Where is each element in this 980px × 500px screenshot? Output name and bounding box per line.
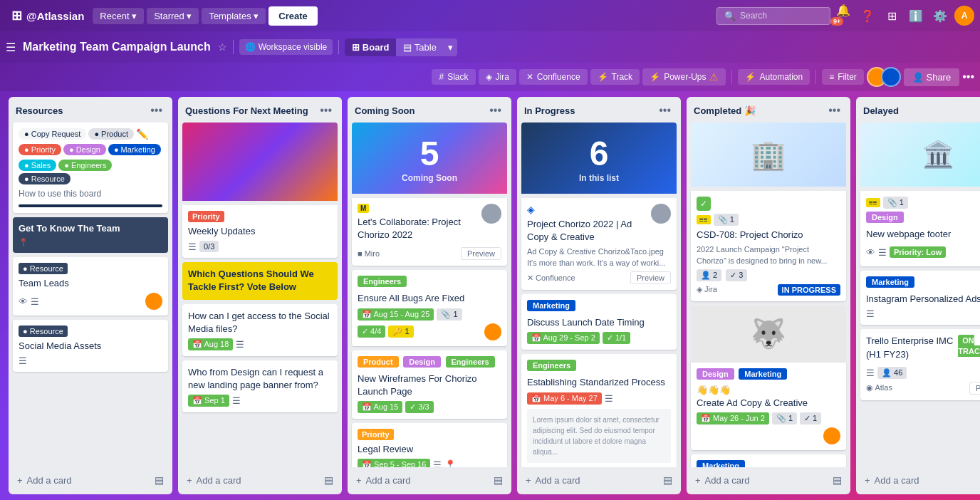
board-menu-icon[interactable]: ☰ (6, 41, 16, 54)
chorizo-ad-link[interactable]: Project Chorizo 2022 | Ad Copy & Creativ… (527, 219, 632, 242)
list-item[interactable]: 🏢 ✓ ≡≡ 📎 1 CSD-708: Project Chorizo 2022… (691, 123, 846, 301)
filter-button[interactable]: ≡ Filter (822, 69, 864, 85)
csd-link[interactable]: CSD-708: Project Chorizo (697, 229, 803, 240)
add-card-button-resources[interactable]: + Add a card ▤ (13, 470, 168, 490)
column-menu-coming-soon[interactable]: ••• (486, 103, 504, 118)
product-label-w: Product (358, 356, 399, 368)
card-avatar (145, 293, 162, 310)
list-item[interactable]: 🏛️ ≡≡ 📎 1 Design New webpage footer 👁 ☰ … (860, 123, 980, 266)
list-item[interactable]: Engineers Establishing Standarized Proce… (521, 354, 677, 467)
label-row: ● Copy Request ● Product ✏️ (19, 128, 162, 140)
preview-button-collaborate[interactable]: Preview (461, 247, 501, 260)
settings-button[interactable]: ⚙️ (930, 6, 950, 26)
card-collaborate[interactable]: M Let's Collaborate: Project Chorizo 202… (352, 198, 507, 266)
confluence-button[interactable]: ✕ Confluence (519, 69, 588, 85)
list-item[interactable]: Get To Know The Team 📍 (13, 217, 168, 253)
help-button[interactable]: ❓ (858, 6, 877, 26)
workspace-visibility[interactable]: 🌐 Workspace visible (239, 39, 333, 55)
list-item[interactable]: 6 In this list ◈ Project Chorizo 2022 | … (521, 123, 677, 290)
badge-bugs-2: 🔑 1 (388, 325, 413, 338)
priority-label: ● Priority (19, 144, 61, 155)
add-card-button-questions[interactable]: + Add a card ▤ (182, 470, 338, 490)
user-avatar[interactable]: A (954, 6, 974, 26)
list-item[interactable]: Marketing Discuss Launch Date Timing 📅 A… (521, 294, 677, 350)
list-item[interactable]: Engineers Ensure All Bugs Are Fixed 📅 Au… (352, 270, 507, 345)
edit-labels-button[interactable]: ✏️ (136, 128, 148, 140)
list-item[interactable]: Priority Weekly Updates ☰ 0/3 (182, 123, 338, 258)
column-title-delayed: Delayed (863, 105, 980, 116)
list-item[interactable]: Priority Legal Review 📅 Sep 5 - Sep 16 ☰… (352, 423, 507, 467)
list-item[interactable]: ● Resource Social Media Assets ☰ (13, 320, 168, 372)
add-card-button-coming-soon[interactable]: + Add a card ▤ (352, 470, 507, 490)
list-item[interactable]: Which Questions Should We Tackle First? … (182, 262, 338, 299)
apps-button[interactable]: ⊞ (882, 6, 902, 26)
pin-icon-legal: 📍 (444, 459, 456, 467)
label-row-3: ● Sales ● Engineers ● Resource (19, 160, 162, 184)
recent-menu[interactable]: Recent ▾ (93, 8, 144, 24)
list-item[interactable]: Marketing Edit Email Drafts 📅 May 26 - J… (691, 454, 846, 467)
attachment-csd: 📎 1 (714, 214, 739, 226)
column-menu-resources[interactable]: ••• (147, 103, 165, 118)
column-menu-completed[interactable]: ••• (825, 103, 843, 118)
trello-link[interactable]: Trello Enterprise IMC (H1 FY23) (866, 335, 953, 359)
checklist-icon-legal: ☰ (433, 459, 442, 467)
label-row-timing: Marketing (527, 300, 671, 313)
board-view-button[interactable]: ⊞ Board (345, 38, 396, 56)
list-item[interactable]: 🐺 Design Marketing 👋👋👋 Create Ad Copy & … (691, 306, 846, 450)
checklist-icon: ☰ (236, 339, 244, 350)
checklist-count: 0/3 (199, 241, 219, 252)
collaborate-link[interactable]: Let's Collaborate: Project Chorizo 2022 (358, 217, 461, 240)
label-row-wireframes: Product Design Engineers (358, 356, 501, 370)
powerups-button[interactable]: ⚡ Power-Ups ⚠ (642, 68, 726, 85)
bar-divider2 (815, 70, 816, 84)
board-star-button[interactable]: ☆ (218, 41, 227, 53)
card-meta-social: ☰ (19, 355, 162, 366)
more-views-button[interactable]: ▾ (444, 38, 457, 56)
member-avatar-2[interactable] (881, 67, 901, 87)
card-title-weekly: Weekly Updates (188, 225, 332, 238)
priority-badge-legal: Priority (358, 429, 394, 440)
card-chorizo-ad[interactable]: ◈ Project Chorizo 2022 | Ad Copy & Creat… (521, 198, 677, 290)
track-button[interactable]: ⚡ Track (590, 69, 640, 85)
resource-label: ● Resource (19, 173, 71, 184)
column-menu-questions[interactable]: ••• (317, 103, 335, 118)
card-title-insta: Instagram Personalized Ads (866, 293, 980, 306)
list-item[interactable]: Marketing Instagram Personalized Ads ☰ (860, 271, 980, 325)
track-icon: ⚡ (598, 72, 608, 82)
csd-meta: 👤 2 ✓ 3 (697, 269, 840, 281)
list-item[interactable]: Trello Enterprise IMC (H1 FY23) ON TRACK… (860, 329, 980, 400)
column-title-in-progress: In Progress (524, 105, 656, 116)
card-desc-chorizo: Ad Copy & Creative Chorizo&Taco.jpeg It'… (527, 246, 671, 269)
automation-button[interactable]: ⚡ Automation (738, 69, 810, 85)
list-item[interactable]: 5 Coming Soon M Let's Collaborate: Proje… (352, 123, 507, 266)
templates-menu[interactable]: Templates ▾ (202, 8, 266, 24)
add-card-button-in-progress[interactable]: + Add a card ▤ (521, 470, 677, 490)
share-button[interactable]: 👤 Share (904, 68, 959, 86)
card-ad-copy[interactable]: Design Marketing 👋👋👋 Create Ad Copy & Cr… (691, 363, 846, 450)
add-card-button-completed[interactable]: + Add a card ▤ (691, 470, 846, 490)
add-card-button-delayed[interactable]: + Add a card ▤ (860, 470, 980, 490)
jira-button[interactable]: ◈ Jira (479, 69, 516, 85)
info-button[interactable]: ℹ️ (906, 6, 926, 26)
card-csd[interactable]: ✓ ≡≡ 📎 1 CSD-708: Project Chorizo 2022 L… (691, 191, 846, 301)
preview-button-trello[interactable]: Preview (969, 382, 980, 395)
list-item[interactable]: ● Copy Request ● Product ✏️ ● Priority ●… (13, 123, 168, 213)
column-menu-in-progress[interactable]: ••• (656, 103, 674, 118)
list-item[interactable]: How can I get access to the Social Media… (182, 304, 338, 356)
slack-button[interactable]: # Slack (432, 69, 475, 85)
list-item[interactable]: ● Resource Team Leads 👁 ☰ (13, 257, 168, 316)
starred-menu[interactable]: Starred ▾ (147, 8, 199, 24)
create-button[interactable]: Create (269, 6, 317, 26)
app-logo[interactable]: ⊞ @Atlassian (6, 8, 90, 24)
card-meta: 👁 ☰ (19, 293, 162, 310)
card-questions-inner[interactable]: Priority Weekly Updates ☰ 0/3 (182, 205, 338, 258)
more-options-button[interactable]: ••• (962, 71, 974, 83)
add-card-label: Add a card (536, 475, 580, 486)
list-item[interactable]: Product Design Engineers New Wireframes … (352, 350, 507, 419)
card-title-footer: New webpage footer (866, 228, 980, 241)
search-bar[interactable]: 🔍 Search (716, 7, 830, 25)
table-view-button[interactable]: ▤ Table (396, 38, 443, 56)
list-item[interactable]: Who from Design can I request a new land… (182, 360, 338, 412)
card-footer-delayed[interactable]: ≡≡ 📎 1 Design New webpage footer 👁 ☰ Pri… (860, 191, 980, 266)
preview-button-chorizo[interactable]: Preview (630, 271, 671, 284)
